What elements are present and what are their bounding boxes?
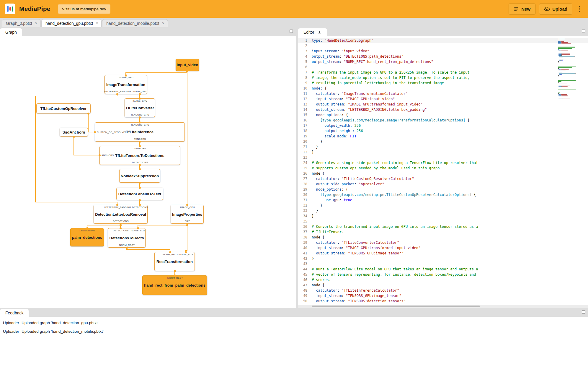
minimap-segment [558,97,561,98]
code-text: node { [312,282,324,288]
node-label: TfLiteConverter [125,106,154,110]
file-tab[interactable]: hand_detection_gpu.pbtxt✕ [41,19,102,27]
graph-node-input_video[interactable]: input_video [176,59,199,71]
tab-close-icon[interactable]: ✕ [35,22,37,25]
popout-icon-feedback[interactable] [582,310,585,314]
graph-node-ImageProperties[interactable]: IMAGE_GPUSIZEImageProperties [171,205,204,224]
feedback-tab[interactable]: Feedback [0,309,29,317]
download-icon[interactable] [317,30,322,35]
minimap-segment [558,91,576,92]
graph-node-NonMaxSuppression[interactable]: NonMaxSuppression [119,169,160,183]
graph-canvas[interactable]: input_videoIMAGE_GPULETTERBOX_PADDINGIMA… [0,36,296,308]
code-token: : [350,124,354,128]
code-token: : { [342,187,348,191]
port-dot [139,98,141,100]
mediapipe-dev-link[interactable]: mediapipe.dev [80,7,106,11]
port-label: IMAGE_GPU [180,206,195,209]
code-token [312,246,316,250]
code-text: output_width: 256 [312,123,361,128]
code-token: output_side_packet [316,182,354,186]
graph-tab-label: Graph [5,30,17,35]
line-number: 36 [298,224,312,229]
editor-tab[interactable]: Editor [298,28,327,36]
minimap-segment [558,59,559,60]
code-line: 25# supports custom ops needed by the mo… [298,165,588,171]
code-token: "input_video" [342,49,369,53]
code-token [312,288,316,293]
code-token: output_stream [312,54,339,59]
code-text: output_height: 256 [312,128,363,134]
file-tab[interactable]: Graph_0.pbtxt✕ [2,19,41,27]
code-token: [type.googleapis.com/mediapipe.TfLiteCus… [320,193,472,197]
minimap-segment [563,59,563,60]
node-label: DetectionLabelIdToText [118,192,161,196]
editor-minimap[interactable] [558,38,584,99]
code-line: 7# Transforms the input image on GPU to … [298,70,588,75]
line-number: 47 [298,282,312,288]
code-editor[interactable]: 1type: "HandDetectionSubgraph"23input_st… [298,36,588,308]
code-text: } [312,213,314,219]
code-line: 26node { [298,171,588,176]
graph-node-DetectionsToRects[interactable]: DETECTIONSIMAGE_SIZENORM_RECTDetectionsT… [108,228,146,248]
graph-node-TfLiteCustomOpResolver[interactable]: TfLiteCustomOpResolver [36,103,91,113]
tab-close-icon[interactable]: ✕ [162,22,164,25]
code-text: } [312,144,318,150]
feedback-body: UploaderUploaded graph 'hand_detection_g… [0,317,588,367]
minimap-segment [561,85,569,86]
code-line: 36# Converts the transformed input image… [298,224,588,229]
code-token: : [339,54,344,59]
graph-node-TfLiteInference[interactable]: TENSORS_GPUTENSORSCUSTOM_OP_RESOLVERTfLi… [95,122,185,142]
graph-node-RectTransformation[interactable]: NORM_RECTIMAGE_SIZERectTransformation [154,252,195,271]
minimap-segment [558,90,576,90]
code-token: # vector of tensors representing, for in… [312,272,476,277]
code-token: 256 [357,129,363,133]
code-text: # Generates a single side packet contain… [312,160,478,165]
upload-button[interactable]: Upload [539,4,572,14]
code-text: # scores. [312,277,331,282]
code-text: # vector of tensors representing, for in… [312,272,476,277]
line-number: 16 [298,118,312,123]
line-number: 25 [298,165,312,171]
graph-node-palm_detections[interactable]: DETECTIONSpalm_detections [70,228,104,246]
graph-node-DetectionLetterboxRemoval[interactable]: LETTERBOX_PADDINGDETECTIONSDETECTIONSDet… [94,205,148,224]
code-token: : [355,182,359,186]
code-line: 43 [298,261,588,267]
line-number: 13 [298,102,312,107]
file-tab-label: hand_detection_mobile.pbtxt [106,21,159,26]
editor-horizontal-scrollbar[interactable] [298,305,588,308]
port-label: DETECTIONS [113,220,129,223]
code-text: # resulting in potential letterboxing in… [312,80,446,86]
code-line: 8# image, the scale_mode option is set t… [298,75,588,80]
graph-tab[interactable]: Graph [0,28,22,36]
graph-node-DetectionLabelIdToText[interactable]: DetectionLabelIdToText [116,188,163,200]
code-token: "TfLiteConverterCalculator" [342,241,399,245]
cloud-upload-icon [544,7,550,12]
new-button[interactable]: New [509,4,535,14]
code-line: 28 output_side_packet: "opresolver" [298,181,588,187]
code-token [312,102,316,106]
code-token [312,241,316,245]
minimap-segment [558,94,561,95]
popout-icon-graph[interactable] [290,30,293,33]
minimap-segment [559,60,562,61]
graph-node-TfLiteTensorsToDetections[interactable]: TENSORSDETECTIONSANCHORSTfLiteTensorsToD… [99,146,180,165]
line-number: 1 [298,38,312,43]
code-line: 17 output_width: 256 [298,123,588,128]
port-dot [139,204,141,206]
code-token: output_stream [316,299,344,303]
tab-close-icon[interactable]: ✕ [96,22,98,25]
code-token: : [320,38,324,43]
popout-icon-editor[interactable] [582,30,585,33]
graph-node-SsdAnchors[interactable]: SsdAnchors [60,128,88,137]
logo-bar-green [12,7,13,12]
graph-node-hand_rect_from_palm_detections[interactable]: NORM_RECThand_rect_from_palm_detections [142,275,207,295]
file-tab[interactable]: hand_detection_mobile.pbtxt✕ [102,19,168,27]
code-line: 38node { [298,235,588,240]
graph-node-ImageTransformation[interactable]: IMAGE_GPULETTERBOX_PADDINGIMAGE_GPUImage… [104,75,147,94]
more-options-icon[interactable]: ⋮ [576,5,583,12]
port-label: LETTERBOX_PADDING [104,90,131,93]
line-number: 3 [298,48,312,54]
code-text: output_stream: "IMAGE_GPU:transformed_in… [312,102,423,107]
graph-node-TfLiteConverter[interactable]: IMAGE_GPUTENSORS_GPUTfLiteConverter [125,98,155,117]
scrollbar-thumb[interactable] [312,306,480,307]
